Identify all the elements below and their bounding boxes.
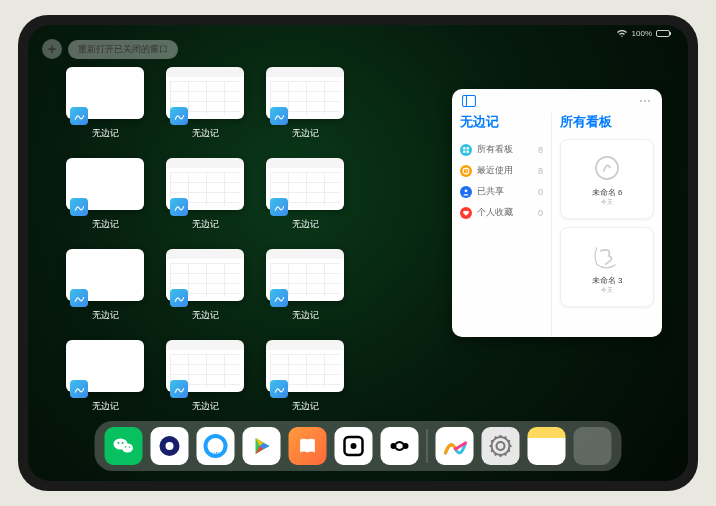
status-bar: 100% [616, 29, 670, 38]
window-thumbnail[interactable]: 无边记 [66, 249, 144, 322]
thumbnail-preview[interactable] [266, 249, 344, 301]
thumbnail-preview[interactable] [66, 249, 144, 301]
panel-header: ⋯ [452, 89, 662, 113]
sidebar-item[interactable]: 已共享0 [460, 181, 543, 202]
svg-point-16 [166, 442, 174, 450]
dock-app-dice[interactable] [335, 427, 373, 465]
board-card[interactable]: 未命名 3今天 [560, 227, 654, 307]
svg-line-33 [495, 436, 496, 438]
freeform-app-icon [70, 380, 88, 398]
dock: HD [95, 421, 622, 471]
thumbnail-preview[interactable] [166, 158, 244, 210]
board-card[interactable]: 未命名 6今天 [560, 139, 654, 219]
window-thumbnail[interactable]: 无边记 [66, 67, 144, 140]
thumbnail-preview[interactable] [166, 67, 244, 119]
ipad-frame: 100% + 重新打开已关闭的窗口 无边记无边记无边记无边记无边记无边记无边记无… [18, 15, 698, 491]
freeform-panel[interactable]: ⋯ 无边记 所有看板8最近使用8已共享0个人收藏0 所有看板 未命名 6今天未命… [452, 89, 662, 337]
svg-rect-3 [463, 150, 465, 152]
svg-point-11 [118, 442, 120, 444]
freeform-app-icon [170, 107, 188, 125]
thumbnail-label: 无边记 [292, 127, 319, 140]
window-thumbnail[interactable]: 无边记 [166, 67, 244, 140]
window-thumbnail[interactable]: 无边记 [66, 158, 144, 231]
board-date: 今天 [601, 198, 613, 207]
dock-app-quark[interactable] [151, 427, 189, 465]
new-window-button[interactable]: + [42, 39, 62, 59]
window-thumbnail[interactable]: 无边记 [166, 249, 244, 322]
sidebar-item[interactable]: 个人收藏0 [460, 202, 543, 223]
window-thumbnail[interactable]: 无边记 [166, 340, 244, 413]
panel-sidebar: 无边记 所有看板8最近使用8已共享0个人收藏0 [452, 113, 552, 337]
thumbnail-label: 无边记 [292, 218, 319, 231]
dock-app-play[interactable] [243, 427, 281, 465]
dock-app-browser[interactable]: HD [197, 427, 235, 465]
window-thumbnail[interactable]: 无边记 [266, 158, 344, 231]
panel-left-title: 无边记 [460, 113, 543, 131]
sidebar-item-icon [460, 165, 472, 177]
wifi-icon [616, 30, 628, 38]
freeform-app-icon [170, 380, 188, 398]
thumbnail-label: 无边记 [192, 309, 219, 322]
sidebar-item-count: 8 [538, 166, 543, 176]
sidebar-item-icon [460, 144, 472, 156]
svg-line-30 [491, 451, 493, 452]
window-thumbnail[interactable]: 无边记 [66, 340, 144, 413]
freeform-app-icon [170, 198, 188, 216]
dock-app-books[interactable] [289, 427, 327, 465]
svg-point-14 [129, 446, 131, 448]
top-buttons: + 重新打开已关闭的窗口 [42, 39, 178, 59]
thumbnail-label: 无边记 [192, 127, 219, 140]
panel-content: 所有看板 未命名 6今天未命名 3今天 [552, 113, 662, 337]
svg-line-32 [491, 441, 493, 442]
svg-point-7 [465, 189, 468, 192]
thumbnail-label: 无边记 [92, 127, 119, 140]
svg-line-27 [505, 454, 506, 456]
panel-right-title: 所有看板 [560, 113, 654, 131]
svg-text:HD: HD [211, 451, 220, 457]
window-thumbnails-grid: 无边记无边记无边记无边记无边记无边记无边记无边记无边记无边记无边记无边记 [66, 67, 344, 413]
freeform-app-icon [70, 289, 88, 307]
thumbnail-preview[interactable] [166, 340, 244, 392]
thumbnail-preview[interactable] [166, 249, 244, 301]
sidebar-toggle-icon[interactable] [462, 95, 476, 107]
thumbnail-preview[interactable] [66, 158, 144, 210]
sidebar-item[interactable]: 最近使用8 [460, 160, 543, 181]
dock-app-connect[interactable] [381, 427, 419, 465]
freeform-app-icon [170, 289, 188, 307]
sidebar-item-label: 所有看板 [477, 143, 513, 156]
svg-point-20 [351, 443, 357, 449]
thumbnail-preview[interactable] [66, 340, 144, 392]
thumbnail-preview[interactable] [266, 340, 344, 392]
dock-app-notes[interactable] [528, 427, 566, 465]
sidebar-item-label: 个人收藏 [477, 206, 513, 219]
thumbnail-label: 无边记 [192, 400, 219, 413]
svg-rect-0 [463, 95, 476, 106]
dock-app-settings[interactable] [482, 427, 520, 465]
thumbnail-preview[interactable] [266, 67, 344, 119]
svg-point-10 [122, 444, 133, 453]
freeform-app-icon [70, 107, 88, 125]
dock-app-wechat[interactable] [105, 427, 143, 465]
sidebar-item-icon [460, 207, 472, 219]
thumbnail-label: 无边记 [192, 218, 219, 231]
reopen-closed-window-button[interactable]: 重新打开已关闭的窗口 [68, 40, 178, 59]
sidebar-item-count: 8 [538, 145, 543, 155]
window-thumbnail[interactable]: 无边记 [166, 158, 244, 231]
sidebar-item-label: 最近使用 [477, 164, 513, 177]
svg-point-23 [492, 437, 510, 455]
sidebar-item-count: 0 [538, 208, 543, 218]
window-thumbnail[interactable]: 无边记 [266, 249, 344, 322]
window-thumbnail[interactable]: 无边记 [266, 340, 344, 413]
thumbnail-label: 无边记 [92, 400, 119, 413]
more-icon[interactable]: ⋯ [639, 94, 652, 108]
freeform-app-icon [270, 198, 288, 216]
dock-app-multi[interactable] [574, 427, 612, 465]
window-thumbnail[interactable]: 无边记 [266, 67, 344, 140]
dock-app-freeform[interactable] [436, 427, 474, 465]
thumbnail-preview[interactable] [66, 67, 144, 119]
thumbnail-preview[interactable] [266, 158, 344, 210]
sidebar-item[interactable]: 所有看板8 [460, 139, 543, 160]
svg-point-12 [122, 442, 124, 444]
board-date: 今天 [601, 286, 613, 295]
freeform-app-icon [270, 289, 288, 307]
